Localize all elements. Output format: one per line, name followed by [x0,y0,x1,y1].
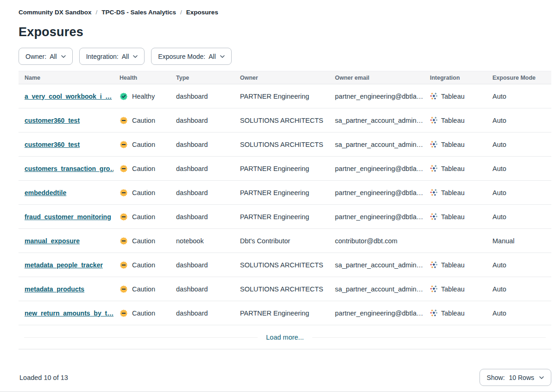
chevron-down-icon [220,55,225,58]
exposure-name-link[interactable]: customer360_test [25,141,80,148]
type-cell: dashboard [170,189,234,196]
type-cell: notebook [170,237,234,245]
table-row: customers_transaction_gro… Caution dashb… [19,157,551,181]
type-cell: dashboard [170,261,234,269]
type-cell: dashboard [170,93,234,100]
exposure-name-link[interactable]: fraud_customer_monitoring [25,213,111,221]
owner-cell: SOLUTIONS ARCHITECTS [234,285,329,293]
loaded-count-text: Loaded 10 of 13 [19,374,68,381]
chevron-down-icon [133,55,138,58]
owner-email-cell: sa_partner_account_admin… [329,261,424,269]
show-rows-dropdown[interactable]: Show: 10 Rows [479,369,551,386]
exposures-table: Name Health Type Owner Owner email Integ… [19,71,551,349]
health-status-icon [120,140,128,149]
breadcrumb-item-environment[interactable]: TPC-DS - Sales Analytics [101,9,176,16]
health-status-icon [120,309,128,317]
chevron-down-icon [539,376,544,379]
owner-cell: Dbt's Contributor [234,237,329,245]
tableau-icon [430,189,438,196]
integration-label: Tableau [441,141,465,148]
health-status-icon [120,189,128,197]
health-status-icon [120,285,128,293]
filter-label: Exposure Mode: [158,53,205,60]
type-cell: dashboard [170,117,234,124]
type-cell: dashboard [170,165,234,172]
column-header-health: Health [114,75,170,81]
owner-email-cell: partner_engineering@dbtla… [329,310,424,317]
exposure-name-link[interactable]: customer360_test [25,117,80,124]
owner-cell: PARTNER Engineering [234,165,329,172]
owner-email-cell: sa_partner_account_admin… [329,285,424,293]
column-header-integration: Integration [424,75,486,81]
filter-value: All [208,53,216,60]
column-header-name: Name [19,75,114,81]
table-row: metadata_people_tracker Caution dashboar… [19,253,551,277]
table-row: fraud_customer_monitoring Caution dashbo… [19,205,551,229]
exposure-name-link[interactable]: new_return_amounts_by_t… [25,310,114,317]
integration-filter-dropdown[interactable]: Integration: All [79,48,145,65]
table-row: a_very_cool_workbook_i_… Healthy dashboa… [19,84,551,108]
breadcrumb-separator: / [180,9,182,16]
exposure-mode-cell: Auto [486,285,551,293]
exposure-mode-filter-dropdown[interactable]: Exposure Mode: All [151,48,232,65]
exposure-name-link[interactable]: metadata_products [25,285,84,293]
exposure-name-link[interactable]: manual_exposure [25,237,80,245]
health-label: Caution [132,310,155,317]
load-more-row: Load more... [19,325,551,349]
health-status-icon [120,116,128,125]
health-label: Caution [132,141,155,148]
table-row: customer360_test Caution dashboard SOLUT… [19,108,551,133]
health-status-icon [120,164,128,173]
health-status-icon [120,237,128,245]
tableau-icon [430,213,438,221]
exposure-name-link[interactable]: customers_transaction_gro… [25,165,114,172]
health-status-icon [120,92,128,101]
type-cell: dashboard [170,285,234,293]
health-label: Caution [132,117,155,124]
column-header-exposure-mode: Exposure Mode [486,75,551,81]
load-more-link[interactable]: Load more... [258,334,312,341]
tableau-icon [430,92,438,100]
page-title: Exposures [19,25,551,39]
exposure-mode-cell: Manual [486,237,551,245]
filter-label: Owner: [25,53,46,60]
breadcrumb-item-current: Exposures [186,9,218,16]
show-rows-value: 10 Rows [509,374,534,381]
filter-label: Integration: [86,53,119,60]
tableau-icon [430,140,438,148]
column-header-type: Type [170,75,234,81]
owner-email-cell: partner_engineering@dbtla… [329,213,424,221]
exposure-name-link[interactable]: embeddedtile [25,189,66,196]
owner-cell: SOLUTIONS ARCHITECTS [234,117,329,124]
table-row: customer360_test Caution dashboard SOLUT… [19,133,551,157]
type-cell: dashboard [170,310,234,317]
integration-label: Tableau [441,189,465,196]
owner-email-cell: sa_partner_account_admin… [329,141,424,148]
show-rows-label: Show: [487,374,505,381]
health-label: Healthy [132,93,155,100]
tableau-icon [430,116,438,124]
integration-label: Tableau [441,93,465,100]
owner-cell: PARTNER Engineering [234,213,329,221]
chevron-down-icon [61,55,66,58]
table-row: new_return_amounts_by_t… Caution dashboa… [19,301,551,325]
owner-filter-dropdown[interactable]: Owner: All [19,48,73,65]
type-cell: dashboard [170,141,234,148]
filter-bar: Owner: All Integration: All Exposure Mod… [19,48,551,65]
exposure-name-link[interactable]: a_very_cool_workbook_i_… [25,93,112,100]
owner-email-cell: partner_engineering@dbtla… [329,165,424,172]
exposure-mode-cell: Auto [486,93,551,100]
health-label: Caution [132,213,155,221]
owner-cell: PARTNER Engineering [234,310,329,317]
owner-email-cell: partner_engineering@dbtla… [329,93,424,100]
health-status-icon [120,261,128,269]
column-header-owner-email: Owner email [329,75,424,81]
integration-label: Tableau [441,261,465,269]
breadcrumb-item-project[interactable]: Community DX Sandbox [19,9,92,16]
health-label: Caution [132,165,155,172]
health-label: Caution [132,285,155,293]
exposure-name-link[interactable]: metadata_people_tracker [25,261,103,269]
health-label: Caution [132,237,155,245]
filter-value: All [122,53,129,60]
integration-label: Tableau [441,285,465,293]
